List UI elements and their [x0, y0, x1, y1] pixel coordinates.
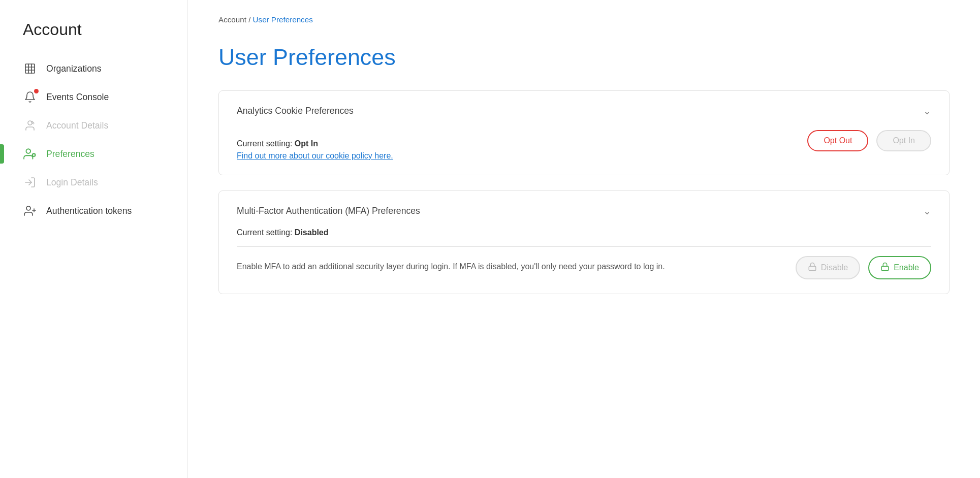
mfa-divider	[237, 246, 931, 247]
nav-label-authentication-tokens: Authentication tokens	[46, 206, 132, 216]
mfa-setting-prefix: Current setting:	[237, 228, 295, 237]
user-gear-icon	[23, 147, 37, 161]
svg-point-17	[26, 206, 30, 210]
mfa-setting-value: Disabled	[295, 228, 329, 237]
svg-rect-20	[809, 266, 816, 270]
mfa-title: Multi-Factor Authentication (MFA) Prefer…	[237, 206, 420, 216]
disable-button: Disable	[796, 256, 860, 279]
mfa-text-col: Enable MFA to add an additional security…	[237, 256, 775, 273]
cookie-row: Current setting: Opt In Find out more ab…	[237, 128, 931, 161]
cookie-policy-link[interactable]: Find out more about our cookie policy he…	[237, 151, 787, 161]
sidebar-item-authentication-tokens[interactable]: Authentication tokens	[0, 197, 187, 225]
disable-label: Disable	[821, 263, 848, 272]
analytics-cookie-chevron[interactable]: ⌄	[923, 105, 931, 117]
opt-out-button[interactable]: Opt Out	[807, 130, 868, 151]
sidebar: Account Organizations	[0, 0, 188, 478]
sidebar-nav: Organizations Events Console	[0, 54, 187, 225]
sidebar-item-organizations[interactable]: Organizations	[0, 54, 187, 83]
cookie-setting-value: Opt In	[295, 139, 318, 148]
analytics-cookie-section: Analytics Cookie Preferences ⌄ Current s…	[219, 91, 949, 175]
analytics-cookie-header-row: Analytics Cookie Preferences ⌄	[237, 105, 931, 117]
mfa-content-row: Enable MFA to add an additional security…	[237, 256, 931, 279]
main-content: Account / User Preferences User Preferen…	[188, 0, 980, 478]
svg-rect-0	[25, 64, 35, 73]
nav-link-preferences[interactable]: Preferences	[0, 140, 187, 168]
nav-label-organizations: Organizations	[46, 63, 102, 74]
enable-button[interactable]: Enable	[868, 256, 931, 279]
cookie-current-setting: Current setting: Opt In	[237, 139, 787, 148]
disable-icon	[808, 262, 817, 273]
analytics-cookie-card: Analytics Cookie Preferences ⌄ Current s…	[218, 90, 950, 175]
nav-label-login-details: Login Details	[46, 177, 98, 188]
page-title: User Preferences	[218, 44, 950, 70]
breadcrumb-parent: Account	[218, 15, 246, 24]
bell-icon	[23, 90, 37, 104]
cookie-setting-prefix: Current setting:	[237, 139, 295, 148]
opt-in-button: Opt In	[876, 130, 931, 151]
mfa-section: Multi-Factor Authentication (MFA) Prefer…	[219, 191, 949, 294]
building-icon	[23, 61, 37, 76]
mfa-header-row: Multi-Factor Authentication (MFA) Prefer…	[237, 205, 931, 217]
sidebar-item-account-details[interactable]: Account Details	[0, 111, 187, 140]
arrow-login-icon	[23, 175, 37, 189]
cookie-btn-col: Opt Out Opt In	[807, 128, 931, 151]
nav-link-events-console[interactable]: Events Console	[0, 83, 187, 111]
mfa-chevron[interactable]: ⌄	[923, 205, 931, 217]
mfa-btn-col: Disable Enable	[796, 256, 931, 279]
nav-label-preferences: Preferences	[46, 149, 94, 160]
nav-label-account-details: Account Details	[46, 120, 108, 131]
user-token-icon	[23, 204, 37, 218]
mfa-description: Enable MFA to add an additional security…	[237, 260, 775, 273]
enable-label: Enable	[894, 263, 919, 272]
analytics-cookie-title: Analytics Cookie Preferences	[237, 106, 354, 116]
nav-label-events-console: Events Console	[46, 92, 109, 103]
nav-link-organizations[interactable]: Organizations	[0, 54, 187, 83]
svg-rect-21	[881, 266, 889, 270]
mfa-card: Multi-Factor Authentication (MFA) Prefer…	[218, 190, 950, 294]
nav-link-account-details[interactable]: Account Details	[0, 111, 187, 140]
sidebar-item-login-details[interactable]: Login Details	[0, 168, 187, 197]
svg-point-5	[28, 121, 32, 125]
sidebar-item-events-console[interactable]: Events Console	[0, 83, 187, 111]
mfa-current-setting: Current setting: Disabled	[237, 228, 931, 237]
breadcrumb: Account / User Preferences	[218, 15, 950, 24]
nav-link-login-details[interactable]: Login Details	[0, 168, 187, 197]
mfa-current-setting-row: Current setting: Disabled	[237, 228, 931, 237]
sidebar-account-title: Account	[0, 20, 187, 54]
user-edit-icon	[23, 118, 37, 133]
breadcrumb-separator: /	[248, 15, 252, 24]
nav-link-authentication-tokens[interactable]: Authentication tokens	[0, 197, 187, 225]
notification-dot	[34, 89, 39, 93]
breadcrumb-current[interactable]: User Preferences	[253, 15, 313, 24]
enable-icon	[880, 262, 890, 273]
svg-point-6	[26, 149, 30, 153]
sidebar-item-preferences[interactable]: Preferences	[0, 140, 187, 168]
cookie-text-col: Current setting: Opt In Find out more ab…	[237, 128, 787, 161]
active-indicator	[0, 144, 4, 164]
